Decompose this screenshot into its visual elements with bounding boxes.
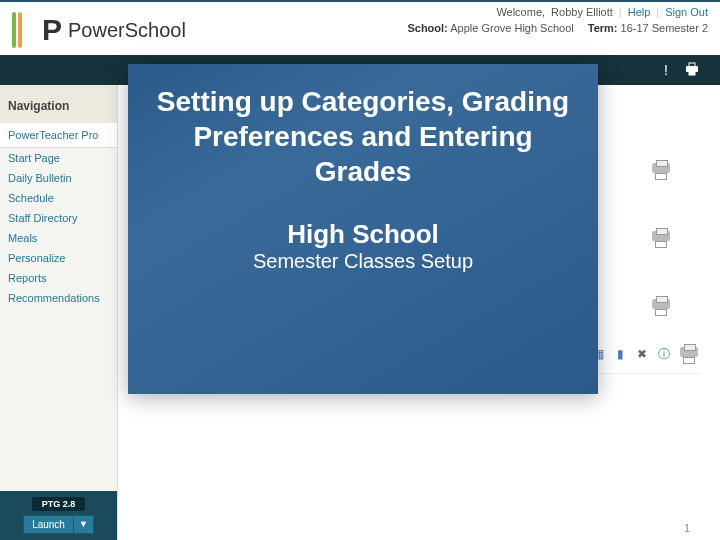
overlay-title: Setting up Categories, Grading Preferenc… [148,84,578,189]
printer-icon[interactable] [650,228,672,248]
nav-item-schedule[interactable]: Schedule [0,188,117,208]
ptg-badge: PTG 2.8 [32,497,86,511]
school-label: School: [407,22,447,34]
sidebar: Navigation PowerTeacher Pro Start Page D… [0,85,118,540]
overlay-subtitle-1: High School [148,219,578,250]
school-name: Apple Grove High School [450,22,574,34]
term-value: 16-17 Semester 2 [621,22,708,34]
separator: | [656,6,659,18]
signout-link[interactable]: Sign Out [665,6,708,18]
logo-mark-icon [12,12,38,48]
nav-item-recommendations[interactable]: Recommendations [0,288,117,308]
print-icon[interactable] [684,62,700,79]
printer-icon[interactable] [650,296,672,316]
nav-item-staff-directory[interactable]: Staff Directory [0,208,117,228]
overlay-subtitle-2: Semester Classes Setup [148,250,578,273]
info-icon[interactable]: ⓘ [656,346,672,362]
logo-p-icon: P [42,13,62,47]
printer-icon[interactable] [650,160,672,180]
ptg-box: PTG 2.8 Launch ▼ [0,491,117,540]
logo[interactable]: P PowerSchool [12,12,186,48]
welcome-label: Welcome, [496,6,545,18]
nav-item-reports[interactable]: Reports [0,268,117,288]
user-name: Robby Elliott [551,6,613,18]
launch-button[interactable]: Launch [23,515,74,534]
nav-header: Navigation [0,85,117,123]
nav-item-personalize[interactable]: Personalize [0,248,117,268]
separator: | [619,6,622,18]
help-link[interactable]: Help [628,6,651,18]
brand-name: PowerSchool [68,19,186,42]
nav-item-meals[interactable]: Meals [0,228,117,248]
term-label: Term: [588,22,618,34]
nav-item-daily-bulletin[interactable]: Daily Bulletin [0,168,117,188]
alert-icon[interactable]: ! [664,62,668,78]
nav-item-powerteacher-pro[interactable]: PowerTeacher Pro [0,123,117,148]
tools-icon[interactable]: ✖ [634,346,650,362]
printer-icon[interactable] [678,344,700,364]
svg-rect-2 [689,71,695,75]
nav-item-start-page[interactable]: Start Page [0,148,117,168]
topbar: P PowerSchool Welcome, Robby Elliott | H… [0,0,720,55]
title-overlay: Setting up Categories, Grading Preferenc… [128,64,598,394]
page-number: 1 [684,522,690,534]
top-right: Welcome, Robby Elliott | Help | Sign Out… [407,6,708,34]
launch-dropdown[interactable]: ▼ [74,515,94,534]
chart-icon[interactable]: ▮ [612,346,628,362]
